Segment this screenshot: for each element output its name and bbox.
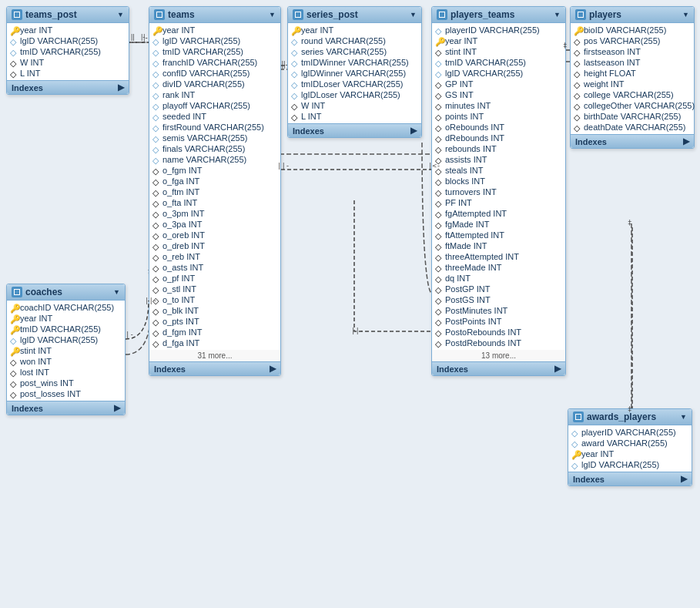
field-row: ◇ lgIDWinner VARCHAR(255) (288, 68, 421, 79)
field-row: ◇ birthDate VARCHAR(255) (571, 111, 694, 122)
field-row: ◇ series VARCHAR(255) (288, 46, 421, 57)
key-icon: 🔑 (574, 26, 581, 34)
field-row: ◇ o_dreb INT (149, 240, 280, 251)
plain-icon: ◇ (435, 328, 443, 336)
series-post-footer[interactable]: Indexes ▶ (288, 123, 421, 137)
coaches-footer[interactable]: Indexes ▶ (7, 401, 125, 415)
field-row: ◇ confID VARCHAR(255) (149, 68, 280, 79)
field-row: ◇ stint INT (432, 46, 565, 57)
table-header-teams-post[interactable]: teams_post ▼ (7, 7, 129, 23)
field-row: ◇ award VARCHAR(255) (568, 438, 692, 448)
plain-icon: ◇ (574, 113, 581, 120)
field-row: ◇ pos VARCHAR(255) (571, 35, 694, 46)
diamond-icon: ◇ (291, 80, 299, 88)
table-header-players[interactable]: players ▼ (571, 7, 694, 23)
field-name: year INT (581, 449, 614, 459)
field-name: L INT (20, 69, 41, 78)
diamond-icon: ◇ (152, 80, 160, 88)
table-header-series-post[interactable]: series_post ▼ (288, 7, 421, 23)
field-row: ◇ dRebounds INT (432, 133, 565, 143)
field-row: ◇ dq INT (432, 273, 565, 284)
indexes-arrow[interactable]: ▶ (683, 136, 689, 146)
diamond-icon: ◇ (435, 59, 443, 66)
indexes-arrow[interactable]: ▶ (681, 474, 687, 484)
series-post-dropdown[interactable]: ▼ (410, 11, 417, 18)
awards-players-title: awards_players (587, 411, 656, 422)
diamond-icon: ◇ (10, 37, 18, 45)
field-name: o_stl INT (162, 284, 196, 294)
players-teams-dropdown[interactable]: ▼ (554, 11, 561, 18)
field-name: PostGS INT (445, 295, 491, 304)
field-row: ◇ PF INT (432, 197, 565, 208)
players-teams-footer[interactable]: Indexes ▶ (432, 361, 565, 375)
svg-text:|-: |- (126, 331, 134, 338)
field-row: ◇ lgID VARCHAR(255) (7, 334, 125, 345)
awards-players-footer[interactable]: Indexes ▶ (568, 472, 692, 485)
field-name: post_wins INT (20, 378, 74, 388)
field-row: ◇ blocks INT (432, 176, 565, 186)
plain-icon: ◇ (435, 231, 443, 239)
indexes-arrow[interactable]: ▶ (114, 403, 120, 413)
field-row: ◇ o_fta INT (149, 197, 280, 208)
field-name: GP INT (445, 79, 473, 89)
field-row: ◇ tmIDWinner VARCHAR(255) (288, 57, 421, 68)
field-name: tmID VARCHAR(255) (20, 47, 101, 56)
field-row: 🔑 coachID VARCHAR(255) (7, 302, 125, 313)
table-header-teams[interactable]: teams ▼ (149, 7, 280, 23)
field-row: ◇ semis VARCHAR(255) (149, 133, 280, 143)
field-name: fgMade INT (445, 220, 489, 229)
field-row: ◇ PostMinutes INT (432, 305, 565, 316)
fk-icon: 🔑 (571, 450, 579, 458)
field-name: height FLOAT (584, 69, 636, 78)
field-name: franchID VARCHAR(255) (162, 58, 257, 67)
plain-icon: ◇ (435, 199, 443, 207)
plain-icon: ◇ (435, 145, 443, 153)
players-dropdown[interactable]: ▼ (682, 11, 689, 18)
table-icon (437, 9, 447, 20)
table-icon (154, 9, 165, 20)
diamond-icon: ◇ (10, 48, 18, 55)
indexes-arrow[interactable]: ▶ (554, 364, 561, 374)
diamond-icon: ◇ (291, 59, 299, 66)
field-row: ◇ threeMade INT (432, 262, 565, 273)
plain-icon: ◇ (152, 177, 160, 185)
field-name: year INT (20, 314, 52, 323)
plain-icon: ◇ (152, 242, 160, 250)
diagram-canvas: || |- || |- teams_post ▼ (0, 0, 700, 608)
coaches-dropdown[interactable]: ▼ (113, 288, 120, 296)
table-header-players-teams[interactable]: players_teams ▼ (432, 7, 565, 23)
diamond-icon: ◇ (571, 461, 579, 469)
indexes-arrow[interactable]: ▶ (270, 364, 276, 374)
field-name: blocks INT (445, 176, 485, 186)
teams-footer[interactable]: Indexes ▶ (149, 361, 280, 375)
table-header-awards-players[interactable]: awards_players ▼ (568, 409, 692, 425)
teams-dropdown[interactable]: ▼ (269, 11, 276, 18)
field-name: collegeOther VARCHAR(255) (584, 101, 695, 110)
indexes-arrow[interactable]: ▶ (410, 126, 417, 136)
field-name: o_3pm INT (162, 209, 204, 218)
awards-players-dropdown[interactable]: ▼ (680, 413, 687, 421)
table-header-coaches[interactable]: coaches ▼ (7, 284, 125, 301)
plain-icon: ◇ (435, 123, 443, 131)
diamond-icon: ◇ (435, 26, 443, 34)
awards-players-fields: ◇ playerID VARCHAR(255) ◇ award VARCHAR(… (568, 425, 692, 472)
plain-icon: ◇ (435, 166, 443, 174)
field-row: ◇ GP INT (432, 79, 565, 89)
players-fields: 🔑 bioID VARCHAR(255) ◇ pos VARCHAR(255) … (571, 23, 694, 134)
diamond-icon: ◇ (152, 123, 160, 131)
plain-icon: ◇ (435, 307, 443, 314)
field-name: won INT (20, 357, 52, 366)
field-row: 🔑 tmID VARCHAR(255) (7, 324, 125, 334)
players-footer[interactable]: Indexes ▶ (571, 134, 694, 148)
field-row: ◇ lgIDLoser VARCHAR(255) (288, 89, 421, 100)
field-row: ◇ lgID VARCHAR(255) (7, 35, 129, 46)
teams-post-footer[interactable]: Indexes ▶ (7, 80, 129, 94)
field-row: ◇ points INT (432, 111, 565, 122)
field-row: ◇ height FLOAT (571, 68, 694, 79)
field-name: d_fgm INT (162, 328, 202, 337)
plain-icon: ◇ (10, 358, 18, 365)
indexes-arrow[interactable]: ▶ (118, 82, 124, 92)
field-row: ◇ W INT (7, 57, 129, 68)
teams-post-dropdown[interactable]: ▼ (117, 11, 124, 18)
diamond-icon: ◇ (10, 336, 18, 344)
